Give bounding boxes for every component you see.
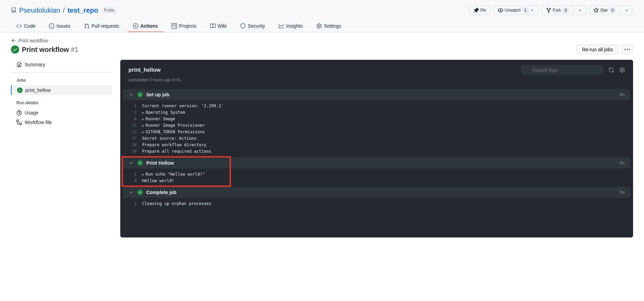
graph-icon <box>279 23 284 29</box>
tab-pulls[interactable]: Pull requests <box>79 20 125 32</box>
chevron-down-icon <box>128 92 134 97</box>
sync-icon[interactable] <box>608 67 614 73</box>
fork-button-group: Fork 0 <box>542 5 586 15</box>
log-line-text: ▶Runner Image <box>142 116 175 122</box>
log-line: 4Hellow world! <box>120 178 633 184</box>
caret-right-icon: ▶ <box>142 109 144 116</box>
arrow-left-icon <box>11 38 16 43</box>
job-name-label: print_hellow <box>25 87 51 93</box>
caret-down-icon <box>625 8 629 12</box>
projects-icon <box>172 23 177 29</box>
log-line-number: 4 <box>126 178 142 184</box>
sidebar-item-workflow-file[interactable]: Workflow file <box>11 118 112 127</box>
fork-label: Fork <box>553 7 561 14</box>
log-line: 11▶Runner Image Provisioner <box>120 122 633 129</box>
usage-label: Usage <box>25 110 38 115</box>
tab-insights[interactable]: Insights <box>273 20 308 32</box>
unwatch-count: 1 <box>522 7 529 14</box>
log-lines: 1▶Run echo "Hellow world!"4Hellow world! <box>120 170 633 186</box>
meter-icon <box>16 62 22 67</box>
log-line-text: ▶Run echo "Hellow world!" <box>142 171 205 178</box>
unwatch-button[interactable]: Unwatch 1 <box>493 5 539 15</box>
step-header[interactable]: Complete job 0s <box>123 187 630 198</box>
check-icon <box>137 190 143 195</box>
log-lines: 1Current runner version: '2.299.1'2▶Oper… <box>120 101 633 156</box>
workflow-title: Print workflow #1 <box>22 46 79 54</box>
log-job-status: succeeded 3 hours ago in 0s <box>120 78 633 88</box>
log-line-number: 13 <box>126 129 142 135</box>
workflow-icon <box>16 120 22 125</box>
play-icon <box>133 23 138 29</box>
tab-issues[interactable]: Issues <box>43 20 76 32</box>
chevron-down-icon <box>128 160 134 166</box>
sidebar-item-job[interactable]: print_hellow <box>11 85 112 95</box>
fork-dropdown[interactable] <box>573 5 586 15</box>
log-panel: print_hellow succeeded <box>120 60 633 237</box>
code-icon <box>16 23 22 29</box>
gear-icon[interactable] <box>619 67 625 73</box>
step-header[interactable]: Set up job 0s <box>123 89 630 100</box>
log-line-text: Cleaning up orphan processes <box>142 201 211 207</box>
step-title: Complete job <box>146 190 617 195</box>
pin-button[interactable]: Pin <box>469 5 491 15</box>
gear-icon <box>316 23 322 29</box>
sidebar-item-usage[interactable]: Usage <box>11 108 112 118</box>
step-duration: 0s <box>620 190 625 195</box>
step-header[interactable]: Print Hellow 0s <box>123 158 630 168</box>
log-line-number: 29 <box>126 148 142 155</box>
stopwatch-icon <box>16 110 22 115</box>
shield-icon <box>240 23 246 29</box>
log-line-text: Prepare workflow directory <box>142 142 206 148</box>
log-line: 6▶Runner Image <box>120 116 633 122</box>
book-icon <box>210 23 216 29</box>
unwatch-label: Unwatch <box>505 7 521 14</box>
log-line-text: ▶GITHUB_TOKEN Permissions <box>142 129 205 135</box>
tab-wiki[interactable]: Wiki <box>205 20 232 32</box>
caret-down-icon <box>578 8 582 12</box>
caret-right-icon: ▶ <box>142 171 144 178</box>
star-dropdown[interactable] <box>620 5 633 15</box>
log-line-number: 11 <box>126 122 142 129</box>
log-line-number: 1 <box>126 201 142 207</box>
log-line-text: Prepare all required actions <box>142 148 211 155</box>
log-line: 29Prepare all required actions <box>120 148 633 155</box>
tab-security[interactable]: Security <box>235 20 271 32</box>
fork-count: 0 <box>562 7 569 14</box>
log-line: 1▶Run echo "Hellow world!" <box>120 171 633 178</box>
repo-name-link[interactable]: test_repo <box>68 6 98 14</box>
sidebar-item-summary[interactable]: Summary <box>11 60 112 69</box>
log-line-number: 28 <box>126 142 142 148</box>
run-details-heading: Run details <box>11 98 112 108</box>
step-duration: 0s <box>620 92 625 97</box>
watch-button-group: Unwatch 1 <box>493 5 539 15</box>
eye-icon <box>498 8 503 13</box>
fork-button[interactable]: Fork 0 <box>542 5 574 15</box>
breadcrumb-back[interactable]: Print workflow <box>11 38 633 43</box>
chevron-down-icon <box>128 190 134 195</box>
log-line-number: 27 <box>126 135 142 142</box>
log-line: 2▶Operating System <box>120 109 633 116</box>
repo-owner-link[interactable]: Pseudolukian <box>19 6 60 14</box>
check-icon <box>137 160 143 166</box>
log-line-number: 1 <box>126 103 142 109</box>
tab-actions[interactable]: Actions <box>127 20 163 32</box>
star-label: Star <box>600 7 608 14</box>
star-button[interactable]: Star 0 <box>589 5 620 15</box>
kebab-menu-button[interactable] <box>621 45 633 54</box>
star-icon <box>593 8 599 13</box>
tab-projects[interactable]: Projects <box>166 20 202 32</box>
step-title: Print Hellow <box>146 160 617 166</box>
log-line: 1Cleaning up orphan processes <box>120 201 633 207</box>
kebab-icon <box>625 47 630 52</box>
log-lines: 1Cleaning up orphan processes <box>120 199 633 208</box>
breadcrumb-label: Print workflow <box>18 38 48 43</box>
tab-settings[interactable]: Settings <box>311 20 347 32</box>
rerun-all-button[interactable]: Re-run all jobs <box>576 45 619 54</box>
log-step: Set up job 0s1Current runner version: '2… <box>120 89 633 156</box>
sidebar: Summary Jobs print_hellow Run details Us… <box>11 60 112 237</box>
repo-header: Pseudolukian / test_repo Public Pin Unwa… <box>0 0 644 32</box>
tab-code[interactable]: Code <box>11 20 41 32</box>
log-line-text: ▶Operating System <box>142 109 185 116</box>
search-input[interactable] <box>521 65 603 75</box>
check-icon <box>17 87 23 93</box>
